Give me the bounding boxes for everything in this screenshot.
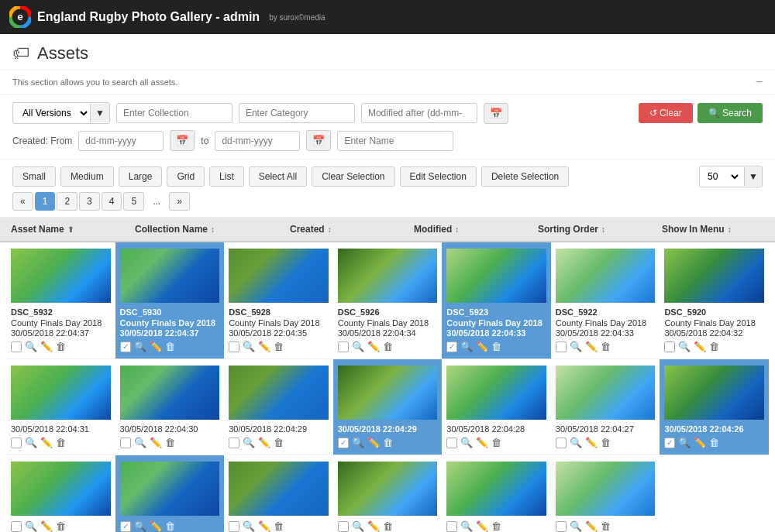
zoom-icon[interactable]: 🔍 (352, 520, 364, 532)
edit-icon[interactable]: ✏️ (40, 437, 53, 448)
asset-thumbnail[interactable] (229, 462, 329, 516)
zoom-icon[interactable]: 🔍 (678, 437, 691, 448)
edit-icon[interactable]: ✏️ (476, 520, 488, 532)
asset-checkbox[interactable] (556, 342, 567, 352)
zoom-icon[interactable]: 🔍 (460, 341, 473, 352)
asset-checkbox[interactable] (556, 521, 567, 532)
th-collection-name[interactable]: Collection Name ↕ (130, 218, 285, 241)
page-btn-1[interactable]: 1 (35, 192, 56, 211)
asset-checkbox[interactable] (11, 438, 22, 448)
asset-checkbox[interactable] (11, 521, 22, 532)
page-btn-5[interactable]: 5 (123, 192, 144, 211)
edit-icon[interactable]: ✏️ (258, 520, 270, 532)
delete-icon[interactable]: 🗑 (383, 437, 393, 448)
asset-thumbnail[interactable] (556, 462, 656, 516)
zoom-icon[interactable]: 🔍 (460, 520, 473, 532)
asset-checkbox[interactable] (338, 342, 349, 352)
collection-input[interactable] (116, 103, 232, 123)
delete-icon[interactable]: 🗑 (274, 437, 284, 448)
asset-thumbnail[interactable] (446, 462, 546, 516)
delete-icon[interactable]: 🗑 (709, 437, 719, 448)
asset-checkbox[interactable] (120, 438, 131, 448)
asset-thumbnail[interactable] (11, 249, 111, 303)
asset-checkbox[interactable] (11, 342, 22, 352)
zoom-icon[interactable]: 🔍 (570, 437, 582, 448)
edit-icon[interactable]: ✏️ (585, 520, 598, 532)
zoom-icon[interactable]: 🔍 (352, 437, 364, 448)
edit-icon[interactable]: ✏️ (367, 341, 380, 352)
per-page-dropdown-btn[interactable]: ▼ (744, 167, 762, 186)
delete-icon[interactable]: 🗑 (601, 341, 611, 352)
zoom-icon[interactable]: 🔍 (243, 341, 255, 352)
zoom-icon[interactable]: 🔍 (570, 341, 582, 352)
asset-checkbox[interactable]: ✓ (446, 342, 457, 352)
edit-icon[interactable]: ✏️ (367, 520, 380, 532)
page-btn-4[interactable]: 4 (102, 192, 122, 211)
zoom-icon[interactable]: 🔍 (134, 520, 146, 532)
delete-icon[interactable]: 🗑 (709, 341, 719, 352)
zoom-icon[interactable]: 🔍 (25, 341, 37, 352)
delete-icon[interactable]: 🗑 (491, 341, 501, 352)
edit-icon[interactable]: ✏️ (585, 437, 598, 448)
delete-icon[interactable]: 🗑 (601, 520, 611, 532)
asset-checkbox[interactable] (229, 342, 239, 352)
edit-icon[interactable]: ✏️ (476, 437, 488, 448)
search-button[interactable]: 🔍 Search (698, 103, 763, 123)
asset-checkbox[interactable] (229, 438, 239, 448)
delete-icon[interactable]: 🗑 (383, 341, 393, 352)
grid-button[interactable]: Grid (167, 166, 205, 187)
edit-icon[interactable]: ✏️ (258, 341, 270, 352)
delete-icon[interactable]: 🗑 (56, 341, 66, 352)
edit-icon[interactable]: ✏️ (694, 341, 706, 352)
asset-thumbnail[interactable] (664, 366, 764, 420)
asset-checkbox[interactable]: ✓ (664, 438, 675, 448)
list-button[interactable]: List (209, 166, 244, 187)
asset-thumbnail[interactable] (446, 249, 546, 303)
date-to-calendar-btn[interactable]: 📅 (306, 130, 331, 151)
edit-icon[interactable]: ✏️ (258, 437, 270, 448)
page-btn-2[interactable]: 2 (57, 192, 78, 211)
asset-thumbnail[interactable] (229, 249, 329, 303)
version-dropdown-btn[interactable]: ▼ (90, 104, 109, 122)
edit-icon[interactable]: ✏️ (40, 341, 53, 352)
small-button[interactable]: Small (12, 166, 56, 187)
delete-icon[interactable]: 🗑 (491, 520, 501, 532)
date-to-input[interactable] (215, 131, 300, 151)
asset-thumbnail[interactable] (338, 366, 438, 420)
prev-page-btn[interactable]: « (12, 192, 33, 211)
th-sorting-order[interactable]: Sorting Order ↕ (533, 218, 657, 241)
edit-icon[interactable]: ✏️ (150, 437, 162, 448)
asset-thumbnail[interactable] (229, 366, 329, 420)
zoom-icon[interactable]: 🔍 (570, 520, 582, 532)
clear-button[interactable]: ↺ Clear (639, 103, 693, 123)
asset-thumbnail[interactable] (120, 462, 220, 516)
asset-thumbnail[interactable] (446, 366, 546, 420)
edit-icon[interactable]: ✏️ (40, 520, 53, 532)
edit-icon[interactable]: ✏️ (476, 341, 488, 352)
delete-icon[interactable]: 🗑 (56, 437, 66, 448)
edit-icon[interactable]: ✏️ (585, 341, 598, 352)
asset-checkbox[interactable] (229, 521, 239, 532)
delete-icon[interactable]: 🗑 (165, 437, 175, 448)
asset-thumbnail[interactable] (120, 366, 220, 420)
asset-thumbnail[interactable] (120, 249, 220, 303)
edit-icon[interactable]: ✏️ (367, 437, 380, 448)
zoom-icon[interactable]: 🔍 (678, 341, 691, 352)
asset-checkbox[interactable]: ✓ (120, 521, 131, 532)
select-all-button[interactable]: Select All (249, 166, 307, 187)
asset-thumbnail[interactable] (338, 249, 438, 303)
edit-icon[interactable]: ✏️ (150, 341, 162, 352)
zoom-icon[interactable]: 🔍 (460, 437, 473, 448)
large-button[interactable]: Large (119, 166, 163, 187)
asset-checkbox[interactable]: ✓ (120, 342, 131, 352)
delete-icon[interactable]: 🗑 (274, 341, 284, 352)
asset-checkbox[interactable] (446, 521, 457, 532)
date-from-input[interactable] (78, 131, 164, 151)
zoom-icon[interactable]: 🔍 (352, 341, 364, 352)
asset-checkbox[interactable] (556, 438, 567, 448)
next-page-btn[interactable]: » (169, 192, 190, 211)
delete-icon[interactable]: 🗑 (165, 520, 175, 532)
asset-checkbox[interactable]: ✓ (338, 438, 349, 448)
zoom-icon[interactable]: 🔍 (25, 520, 37, 532)
delete-icon[interactable]: 🗑 (601, 437, 611, 448)
